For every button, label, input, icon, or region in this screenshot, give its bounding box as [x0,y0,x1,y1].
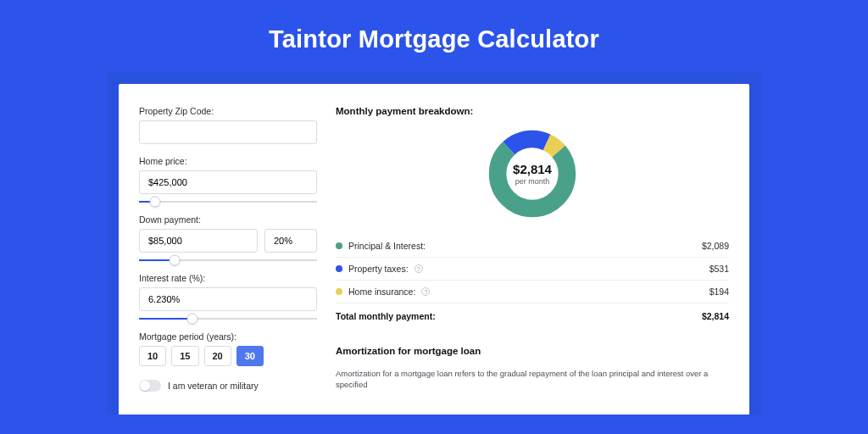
price-field: Home price: [139,156,317,203]
down-amount-input[interactable] [139,229,258,253]
period-option-15[interactable]: 15 [171,346,198,366]
info-icon[interactable]: ? [415,264,423,273]
period-field: Mortgage period (years): 10152030 [139,331,317,366]
donut-sub: per month [515,177,550,186]
calculator-stage: Property Zip Code: Home price: Down paym… [107,72,761,415]
total-label: Total monthly payment: [336,311,436,321]
amortization-section: Amortization for mortgage loan Amortizat… [336,346,729,391]
donut-amount: $2,814 [513,162,552,176]
legend-row: Home insurance:?$194 [336,281,729,303]
donut-chart: $2,814 per month [336,128,729,220]
zip-input[interactable] [139,120,317,144]
legend-row: Property taxes:?$531 [336,258,729,281]
down-percent-input[interactable] [264,229,317,253]
price-slider-thumb[interactable] [149,197,160,208]
amortization-body: Amortization for a mortgage loan refers … [336,368,729,391]
legend-label: Property taxes: [348,264,409,274]
legend-value: $531 [709,264,729,274]
down-slider[interactable] [139,259,317,261]
veteran-label: I am veteran or military [168,381,259,391]
legend-dot-icon [336,265,342,272]
zip-field: Property Zip Code: [139,106,317,144]
rate-slider[interactable] [139,318,317,320]
rate-slider-thumb[interactable] [187,314,198,325]
legend-dot-icon [336,288,342,295]
price-input[interactable] [139,170,317,194]
period-option-20[interactable]: 20 [204,346,231,366]
down-label: Down payment: [139,214,317,225]
period-option-10[interactable]: 10 [139,346,166,366]
legend-dot-icon [336,242,342,249]
total-value: $2,814 [702,311,729,321]
calculator-card: Property Zip Code: Home price: Down paym… [119,84,749,415]
breakdown-column: Monthly payment breakdown: $2,814 per mo… [336,106,729,415]
down-slider-thumb[interactable] [170,255,181,266]
period-label: Mortgage period (years): [139,331,317,342]
legend-value: $194 [709,287,729,297]
veteran-toggle[interactable] [139,380,161,392]
period-option-30[interactable]: 30 [236,346,264,366]
total-row: Total monthly payment: $2,814 [336,303,729,327]
legend-label: Principal & Interest: [348,241,426,251]
rate-input[interactable] [139,287,317,311]
page-title: Taintor Mortgage Calculator [0,0,868,72]
inputs-column: Property Zip Code: Home price: Down paym… [139,106,317,415]
legend: Principal & Interest:$2,089Property taxe… [336,235,729,303]
rate-field: Interest rate (%): [139,273,317,320]
breakdown-title: Monthly payment breakdown: [336,106,729,116]
legend-label: Home insurance: [348,287,415,297]
zip-label: Property Zip Code: [139,106,317,116]
rate-label: Interest rate (%): [139,273,317,283]
legend-value: $2,089 [702,241,729,251]
info-icon[interactable]: ? [421,287,430,296]
down-field: Down payment: [139,214,317,261]
price-label: Home price: [139,156,317,166]
price-slider[interactable] [139,201,317,203]
amortization-title: Amortization for mortgage loan [336,346,729,356]
veteran-row: I am veteran or military [139,380,317,392]
legend-row: Principal & Interest:$2,089 [336,235,729,258]
